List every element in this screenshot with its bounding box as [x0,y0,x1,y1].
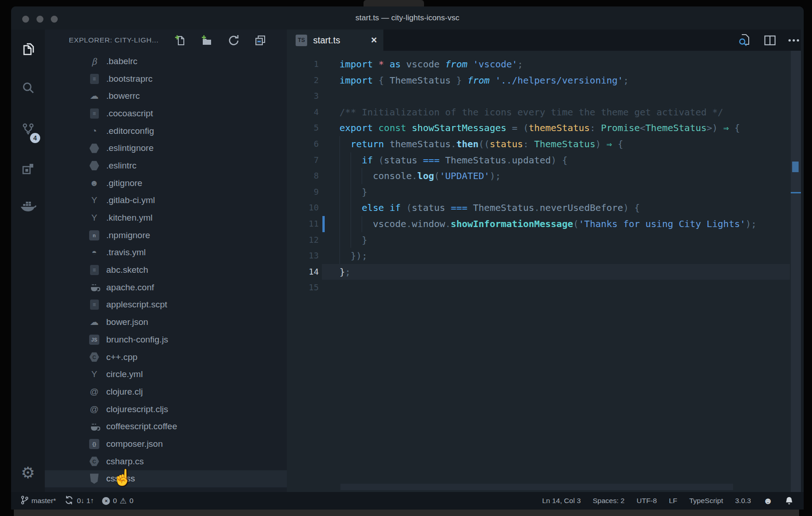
code-text: if (status === ThemeStatus.updated) { [339,152,568,168]
code-text: import { ThemeStatus } from '../helpers/… [339,72,629,89]
indent-guide [362,216,362,232]
code-line-10[interactable]: 10 else if (status === ThemeStatus.never… [287,200,801,216]
line-number: 6 [287,136,319,152]
code-editor[interactable]: 1import * as vscode from 'vscode';2impor… [287,51,801,492]
clojure-icon: @ [89,404,99,415]
code-line-8[interactable]: 8 console.log('UPDATED'); [287,168,801,184]
file-list: β.babelrc≡.bootstraprc☁.bowerrc≡.cocoasc… [45,51,287,492]
ellipsis-icon[interactable] [788,39,799,42]
indentation-label: Spaces: 2 [593,497,624,505]
explorer-actions [174,34,267,47]
code-line-1[interactable]: 1import * as vscode from 'vscode'; [287,56,801,72]
file-row-.eslintrc[interactable]: .eslintrc [45,157,287,174]
code-line-13[interactable]: 13 }); [287,248,801,264]
background-window-notch [364,0,424,6]
file-row-.travis.yml[interactable]: ◓.travis.yml [45,244,287,262]
line-number: 15 [287,280,319,296]
file-row-.gitignore[interactable]: ☻.gitignore [45,174,287,192]
error-icon: × [102,497,110,505]
file-row-.npmignore[interactable]: n.npmignore [45,227,287,244]
activity-item-extensions[interactable] [11,158,45,180]
language-mode[interactable]: TypeScript [689,497,723,505]
doc-icon: ≡ [89,264,99,276]
eol[interactable]: LF [669,497,677,505]
file-row-.bootstraprc[interactable]: ≡.bootstraprc [45,70,287,88]
git-branch-icon [20,495,29,507]
line-number: 7 [287,152,319,168]
activity-item-search[interactable] [11,78,45,100]
file-row-coffeescript.coffee[interactable]: coffeescript.coffee [45,418,287,435]
file-row-.editorconfig[interactable]: ◔.editorconfig [45,122,287,140]
editor-horizontal-scrollbar[interactable] [340,484,733,490]
refresh-icon[interactable] [227,34,240,47]
version[interactable]: 3.0.3 [735,497,751,505]
code-line-11[interactable]: 11 vscode.window.showInformationMessage(… [287,216,801,232]
activity-item-explorer[interactable] [11,39,45,61]
code-line-2[interactable]: 2import { ThemeStatus } from '../helpers… [287,72,801,89]
code-line-15[interactable]: 15 [287,280,801,296]
file-row-composer.json[interactable]: {}composer.json [45,435,287,453]
find-file-icon[interactable] [738,33,751,47]
notifications-bell-icon[interactable] [785,496,794,506]
gear-icon[interactable]: ⚙ [11,463,45,482]
new-file-icon[interactable] [174,34,186,47]
line-number: 4 [287,104,319,120]
indentation[interactable]: Spaces: 2 [593,497,624,505]
file-row-css.css[interactable]: css.css [45,470,287,488]
editor-region: TS start.ts × 1import * as vscode from '… [287,30,801,492]
babel-icon: β [89,56,99,67]
file-row-clojurescript.cljs[interactable]: @clojurescript.cljs [45,401,287,418]
file-row-.babelrc[interactable]: β.babelrc [45,53,287,70]
editor-vertical-scrollbar[interactable] [791,51,801,492]
code-line-14[interactable]: 14}; [287,264,801,280]
problems[interactable]: ×0⚠0 [102,497,133,505]
file-row-clojure.clj[interactable]: @clojure.clj [45,383,287,401]
file-row-apache.conf[interactable]: apache.conf [45,279,287,296]
file-label: clojure.clj [106,387,143,397]
activity-item-source-control[interactable]: 4 [11,119,45,141]
collapse-all-icon[interactable] [254,34,267,47]
file-label: .npmignore [106,230,150,240]
sync[interactable]: 0↓ 1↑ [64,495,94,507]
file-row-.eslintignore[interactable]: .eslintignore [45,139,287,157]
line-number: 3 [287,88,319,104]
file-row-csharp.cs[interactable]: Ccsharp.cs [45,453,287,470]
code-line-3[interactable]: 3 [287,88,801,104]
file-label: .cocoascript [106,108,153,119]
csharp-icon: C [89,456,99,467]
apache-icon [89,282,99,293]
line-number: 14 [287,264,319,280]
file-row-brunch-config.js[interactable]: JSbrunch-config.js [45,331,287,348]
code-line-4[interactable]: 4/** Initialization of the icons every t… [287,104,801,120]
file-row-.gitlab-ci.yml[interactable]: Y.gitlab-ci.yml [45,192,287,210]
language-mode-label: TypeScript [689,497,723,505]
explorer-title: EXPLORER: CITY-LIGH... [69,36,174,44]
file-row-.cocoascript[interactable]: ≡.cocoascript [45,105,287,122]
status-left: master*0↓ 1↑×0⚠0 [20,495,133,507]
code-line-5[interactable]: 5export const showStartMessages = (theme… [287,120,801,136]
feedback-smiley-icon[interactable]: ☻ [763,496,773,506]
file-row-circle.yml[interactable]: Ycircle.yml [45,366,287,383]
encoding[interactable]: UTF-8 [636,497,657,505]
activity-item-docker[interactable] [11,195,45,217]
code-line-9[interactable]: 9 } [287,184,801,200]
code-line-12[interactable]: 12 } [287,232,801,248]
cursor-position[interactable]: Ln 14, Col 3 [542,497,581,505]
cpp-icon: C [89,352,99,363]
bower-icon: ☁ [89,90,99,102]
git-branch[interactable]: master* [20,495,56,507]
close-tab-icon[interactable]: × [371,35,377,45]
file-row-abc.sketch[interactable]: ≡abc.sketch [45,261,287,279]
file-row-.bowerrc[interactable]: ☁.bowerrc [45,87,287,105]
tab-start-ts[interactable]: TS start.ts × [287,30,383,51]
split-editor-icon[interactable] [764,34,776,47]
file-label: .travis.yml [106,247,146,258]
code-text: }; [339,264,351,280]
file-row-applescript.scpt[interactable]: ≡applescript.scpt [45,296,287,314]
file-row-c++.cpp[interactable]: Cc++.cpp [45,348,287,366]
code-line-6[interactable]: 6 return themeStatus.then((status: Theme… [287,136,801,152]
new-folder-icon[interactable] [200,34,213,47]
file-row-.kitchen.yml[interactable]: Y.kitchen.yml [45,209,287,227]
code-line-7[interactable]: 7 if (status === ThemeStatus.updated) { [287,152,801,168]
file-row-bower.json[interactable]: ☁bower.json [45,313,287,331]
